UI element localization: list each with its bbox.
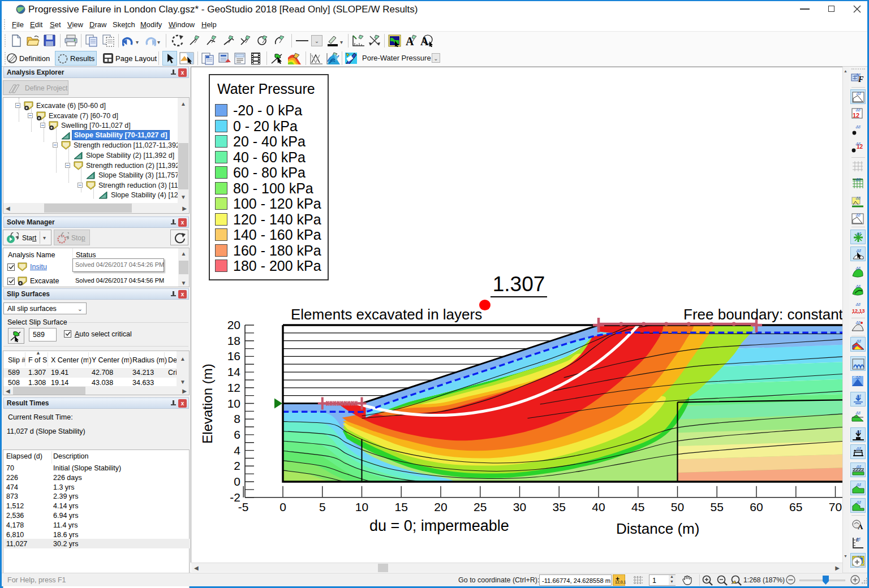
svg-text:δδ: δδ [856, 500, 861, 504]
svg-text:15: 15 [395, 500, 408, 513]
svg-text:δδ: δδ [856, 483, 861, 487]
svg-text:δδ: δδ [855, 142, 861, 146]
svg-text:-5: -5 [238, 500, 249, 513]
svg-text:0: 0 [279, 500, 286, 513]
svg-text:8: 8 [234, 412, 240, 425]
svg-text:40: 40 [592, 500, 605, 513]
svg-text:δδ: δδ [855, 321, 861, 325]
svg-text:25: 25 [474, 500, 487, 513]
svg-text:δδ: δδ [855, 213, 861, 217]
svg-text:δδ: δδ [855, 284, 861, 288]
svg-text:δδ: δδ [856, 394, 861, 398]
svg-text:δδ: δδ [855, 125, 861, 129]
svg-text:δδ: δδ [856, 465, 861, 469]
svg-text:30: 30 [513, 500, 526, 513]
svg-text:16: 16 [227, 349, 240, 362]
svg-text:70: 70 [829, 500, 842, 513]
svg-text:60: 60 [750, 500, 763, 513]
svg-text:δδ: δδ [855, 266, 861, 270]
svg-text:20: 20 [227, 318, 240, 331]
svg-text:35: 35 [553, 500, 566, 513]
svg-text:δδ: δδ [856, 430, 861, 434]
svg-text:δδ: δδ [855, 411, 861, 415]
svg-text:50: 50 [671, 500, 684, 513]
svg-text:δδ: δδ [855, 302, 861, 306]
svg-text:0: 0 [234, 475, 240, 488]
svg-text:δδ: δδ [856, 339, 861, 343]
svg-text:20: 20 [434, 500, 447, 513]
svg-text:δδ: δδ [855, 178, 861, 181]
svg-text:65: 65 [789, 500, 802, 513]
svg-text:A: A [420, 35, 429, 47]
svg-text:δδ: δδ [855, 196, 861, 200]
svg-text:δδ: δδ [856, 232, 861, 236]
svg-text:12: 12 [227, 381, 240, 394]
svg-text:A: A [858, 522, 863, 531]
svg-text:δδ: δδ [856, 447, 861, 451]
svg-text:δδ: δδ [856, 249, 861, 253]
svg-text:6: 6 [234, 428, 240, 441]
svg-text:45: 45 [631, 500, 644, 513]
svg-text:14: 14 [227, 365, 241, 378]
svg-text:10: 10 [355, 500, 368, 513]
svg-text:4: 4 [234, 444, 240, 457]
svg-text:5: 5 [319, 500, 326, 513]
svg-text:δδ: δδ [855, 537, 861, 541]
svg-text:12: 12 [853, 112, 859, 119]
svg-text:55: 55 [711, 500, 724, 513]
svg-text:δδ: δδ [855, 73, 861, 77]
svg-text:δδ: δδ [855, 108, 861, 112]
svg-text:2: 2 [234, 459, 240, 472]
svg-text:12,13: 12,13 [852, 308, 865, 314]
svg-text:10: 10 [227, 397, 240, 410]
svg-text:δδ: δδ [855, 375, 861, 379]
svg-text:18: 18 [227, 334, 240, 347]
svg-text:δδ: δδ [856, 92, 861, 96]
